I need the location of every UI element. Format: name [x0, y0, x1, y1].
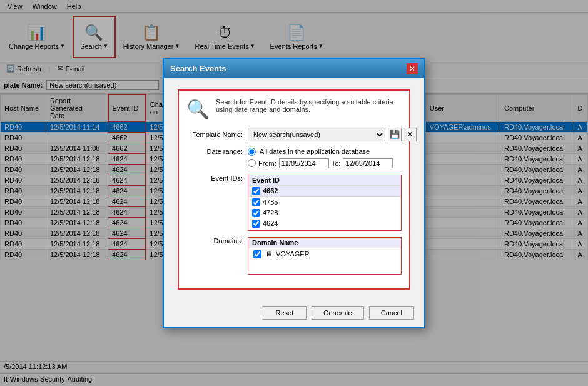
- date-radio-group: All dates in the application database Fr…: [248, 148, 402, 168]
- generate-button[interactable]: Generate: [312, 306, 364, 320]
- modal-search-icon: 🔍: [186, 98, 210, 120]
- template-save-button[interactable]: 💾: [388, 128, 402, 141]
- template-name-form-control: New search(unsaved) 💾 ✕: [248, 128, 417, 141]
- radio-from-label: From:: [258, 160, 276, 167]
- radio-all-dates: All dates in the application database: [248, 148, 402, 156]
- to-date-input[interactable]: [343, 158, 393, 168]
- cancel-button[interactable]: Cancel: [369, 306, 414, 320]
- domain-header: Domain Name: [248, 238, 401, 248]
- event-id-checkbox[interactable]: [252, 220, 260, 228]
- event-ids-box[interactable]: Event ID 4662478547284624: [248, 175, 402, 231]
- template-name-row: Template Name: New search(unsaved) 💾 ✕: [186, 128, 402, 141]
- template-close-button[interactable]: ✕: [403, 128, 417, 141]
- domain-voyager-checkbox[interactable]: [253, 250, 261, 258]
- template-icon-buttons: 💾 ✕: [388, 128, 417, 141]
- template-name-form-label: Template Name:: [186, 131, 243, 138]
- modal-description: 🔍 Search for Event ID details by specify…: [186, 98, 402, 120]
- reset-button[interactable]: Reset: [263, 306, 307, 320]
- domain-icon: 🖥: [265, 250, 272, 258]
- modal-title: Search Events: [170, 64, 226, 73]
- modal-overlay: Search Events ✕ 🔍 Search for Event ID de…: [0, 0, 588, 386]
- modal-header: Search Events ✕: [164, 59, 424, 78]
- event-id-header-text: Event ID: [252, 176, 280, 184]
- date-range-row: Date range: All dates in the application…: [186, 148, 402, 168]
- event-id-checkbox[interactable]: [252, 209, 260, 217]
- event-id-header: Event ID: [248, 175, 401, 186]
- domains-box[interactable]: Domain Name 🖥 VOYAGER: [248, 237, 402, 275]
- event-id-checkbox[interactable]: [252, 187, 260, 195]
- event-id-item: 4624: [248, 218, 401, 229]
- domain-voyager-name: VOYAGER: [276, 250, 310, 258]
- radio-all-dates-label: All dates in the application database: [260, 148, 370, 155]
- modal-body: 🔍 Search for Event ID details by specify…: [178, 89, 410, 290]
- radio-from-row: From: To:: [248, 158, 402, 168]
- template-name-select[interactable]: New search(unsaved): [248, 128, 385, 141]
- event-ids-label: Event IDs:: [186, 175, 243, 182]
- radio-from-input[interactable]: [248, 159, 256, 167]
- from-date-input[interactable]: [279, 158, 329, 168]
- search-events-modal: Search Events ✕ 🔍 Search for Event ID de…: [163, 58, 425, 328]
- event-id-item: 4785: [248, 197, 401, 208]
- event-id-checkbox[interactable]: [252, 198, 260, 206]
- date-range-control: All dates in the application database Fr…: [248, 148, 402, 168]
- modal-desc-text: Search for Event ID details by specifyin…: [216, 98, 402, 113]
- domains-row: Domains: Domain Name 🖥 VOYAGER: [186, 237, 402, 275]
- event-id-item: 4728: [248, 208, 401, 218]
- date-range-label: Date range:: [186, 148, 243, 155]
- modal-close-button[interactable]: ✕: [407, 63, 418, 74]
- radio-all-dates-input[interactable]: [248, 148, 256, 156]
- domain-voyager-item: 🖥 VOYAGER: [248, 248, 401, 260]
- modal-footer: Reset Generate Cancel: [164, 301, 424, 327]
- to-label: To:: [332, 160, 341, 167]
- event-id-item: 4662: [248, 186, 401, 197]
- domains-label: Domains:: [186, 237, 243, 245]
- event-ids-row: Event IDs: Event ID 4662478547284624: [186, 175, 402, 231]
- event-ids-control: Event ID 4662478547284624: [248, 175, 402, 231]
- domains-control: Domain Name 🖥 VOYAGER: [248, 237, 402, 275]
